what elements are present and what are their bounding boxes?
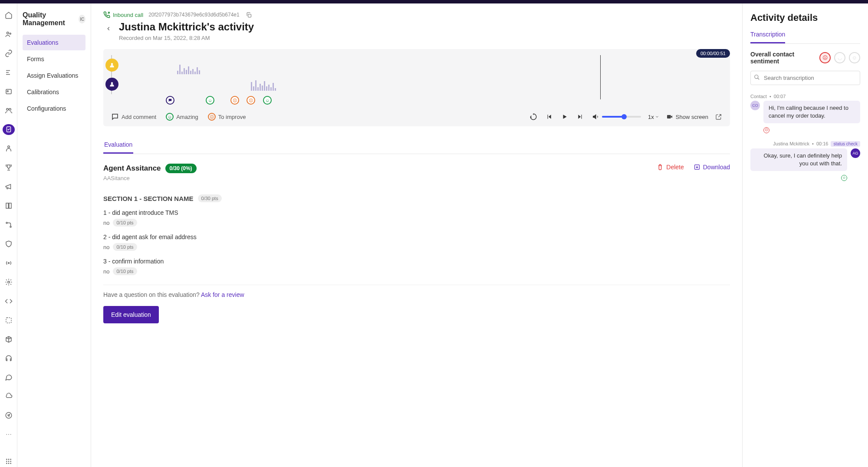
- player-controls-bar: Add comment ☺ Amazing ☹ To improve: [111, 107, 722, 126]
- broadcast-icon[interactable]: [3, 257, 15, 269]
- sidebar-item-forms[interactable]: Forms: [23, 51, 85, 67]
- id-icon[interactable]: [3, 86, 15, 97]
- contact-avatar: [105, 59, 118, 72]
- shield-icon[interactable]: [3, 238, 15, 250]
- main-content: Inbound call 20f2077973b743679e6c93d6d5b…: [91, 3, 742, 467]
- negative-marker-icon[interactable]: ☹: [230, 96, 239, 105]
- section-title: SECTION 1 - SECTION NAME 0/30 pts: [103, 194, 730, 202]
- cube-icon[interactable]: [3, 334, 15, 345]
- panel-title: Activity details: [750, 12, 860, 23]
- message-bubble[interactable]: Hi, I'm calling because I need to cancel…: [763, 101, 860, 123]
- top-app-bar: [0, 0, 868, 3]
- team-icon[interactable]: [3, 105, 15, 116]
- svg-point-20: [6, 463, 7, 464]
- volume-slider[interactable]: [602, 116, 641, 118]
- replay-icon[interactable]: [529, 112, 538, 121]
- message-sentiment-neg-icon: ☹: [763, 127, 769, 133]
- sentiment-positive-icon[interactable]: ☺: [849, 52, 860, 63]
- headset-icon[interactable]: [3, 353, 15, 364]
- tab-transcription[interactable]: Transcription: [750, 31, 785, 43]
- page-subtitle: Recorded on Mar 15, 2022, 8:28 AM: [119, 35, 254, 41]
- search-transcription-input[interactable]: [750, 71, 860, 85]
- frown-icon: ☹: [208, 113, 216, 121]
- clipboard-check-icon[interactable]: [3, 124, 15, 135]
- settings-icon[interactable]: [3, 67, 15, 78]
- evaluation-subtitle: AASitance: [103, 175, 197, 181]
- sidebar-item-assign[interactable]: Assign Evaluations: [23, 68, 85, 83]
- message-bubble[interactable]: Okay, sure, I can definitely help you ou…: [750, 148, 847, 171]
- megaphone-icon[interactable]: [3, 181, 15, 192]
- people-icon[interactable]: [3, 29, 15, 40]
- sidebar-item-configurations[interactable]: Configurations: [23, 101, 85, 116]
- contact-avatar-small: CO: [750, 101, 760, 110]
- call-id: 20f2077973b743679e6c93d6d5b674e1: [148, 12, 240, 18]
- artifact-icon[interactable]: [3, 315, 15, 326]
- sidebar-chip: IC: [79, 15, 85, 23]
- playhead[interactable]: [600, 55, 601, 99]
- trophy-icon[interactable]: [3, 162, 15, 173]
- svg-point-7: [7, 146, 10, 148]
- apps-icon[interactable]: [3, 456, 15, 467]
- svg-point-13: [6, 413, 12, 419]
- to-improve-button[interactable]: ☹ To improve: [208, 113, 246, 121]
- delete-button[interactable]: Delete: [657, 164, 684, 171]
- svg-point-9: [10, 226, 11, 227]
- ask-review-link[interactable]: Ask for a review: [201, 291, 244, 298]
- search-icon: [754, 74, 760, 80]
- sentiment-icons: ☹ ◡ ☺: [819, 52, 860, 63]
- contact-waveform: [177, 63, 200, 74]
- book-icon[interactable]: [3, 200, 15, 211]
- home-icon[interactable]: [3, 10, 15, 21]
- sentiment-label: Overall contact sentiment: [750, 51, 819, 65]
- download-button[interactable]: Download: [694, 164, 730, 171]
- popout-icon[interactable]: [715, 113, 722, 120]
- positive-marker-icon[interactable]: ☺: [206, 96, 214, 105]
- agent-avatar-small: AG: [851, 148, 860, 158]
- svg-point-28: [755, 75, 758, 79]
- tab-evaluation[interactable]: Evaluation: [103, 137, 133, 154]
- activity-details-panel: Activity details Transcription Overall c…: [742, 3, 868, 467]
- sentiment-negative-icon[interactable]: ☹: [819, 52, 831, 63]
- sentiment-neutral-icon[interactable]: ◡: [834, 52, 845, 63]
- svg-point-11: [7, 281, 10, 283]
- chat-icon[interactable]: [3, 372, 15, 383]
- code-icon[interactable]: [3, 296, 15, 307]
- speed-selector[interactable]: 1x: [648, 114, 659, 120]
- audio-tracks[interactable]: [111, 55, 722, 94]
- more-icon[interactable]: ⋯: [3, 429, 15, 440]
- svg-point-14: [6, 459, 7, 460]
- gear-icon[interactable]: [3, 276, 15, 288]
- negative-marker-icon[interactable]: ☹: [247, 96, 255, 105]
- add-comment-button[interactable]: Add comment: [111, 113, 156, 121]
- show-screen-button[interactable]: Show screen: [666, 113, 708, 120]
- skip-next-icon[interactable]: [576, 112, 585, 121]
- skip-previous-icon[interactable]: [545, 112, 553, 121]
- sidebar-item-calibrations[interactable]: Calibrations: [23, 84, 85, 100]
- back-button[interactable]: [103, 23, 114, 34]
- message-sentiment-pos-icon: ☺: [841, 175, 847, 181]
- cloud-icon[interactable]: [3, 391, 15, 402]
- volume-control[interactable]: [592, 113, 641, 121]
- edit-evaluation-button[interactable]: Edit evaluation: [103, 306, 159, 323]
- group-icon[interactable]: [3, 143, 15, 154]
- copy-icon[interactable]: [246, 12, 252, 18]
- smile-icon: ☺: [166, 113, 174, 121]
- amazing-button[interactable]: ☺ Amazing: [166, 113, 198, 121]
- play-icon[interactable]: [560, 112, 569, 121]
- link-icon[interactable]: [3, 48, 15, 59]
- answer-1: no 0/10 pts: [103, 219, 730, 227]
- flow-icon[interactable]: [3, 219, 15, 230]
- download-icon: [694, 164, 700, 171]
- positive-marker-icon[interactable]: ☺: [263, 96, 272, 105]
- sidebar: Quality Management IC Evaluations Forms …: [17, 3, 91, 467]
- question-3: 3 - confirm information: [103, 258, 730, 265]
- compass-icon[interactable]: [3, 410, 15, 421]
- agent-waveform: [251, 79, 276, 91]
- call-type-chip: Inbound call 20f2077973b743679e6c93d6d5b…: [103, 11, 240, 18]
- message-tag: status check: [831, 141, 860, 147]
- svg-point-10: [8, 262, 9, 263]
- svg-point-22: [10, 463, 11, 464]
- comment-marker-icon[interactable]: [166, 96, 174, 105]
- svg-point-0: [7, 32, 9, 34]
- sidebar-item-evaluations[interactable]: Evaluations: [23, 35, 85, 50]
